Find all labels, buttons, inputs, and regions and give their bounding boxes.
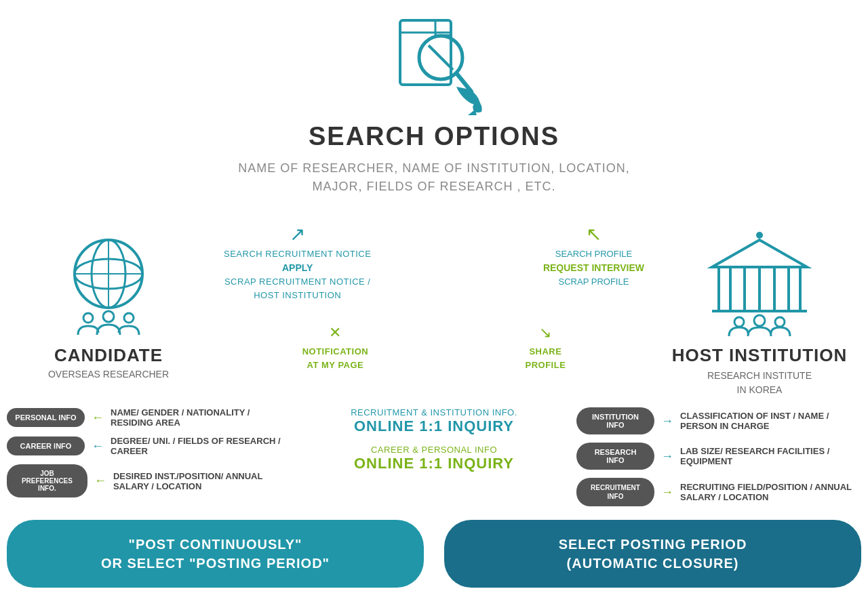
career-inquiry-box: CAREER & PERSONAL INFO ONLINE 1:1 INQUIR… [354, 445, 514, 472]
svg-point-23 [734, 317, 744, 327]
recruitment-info-badge: RECRUITMENTINFO [576, 478, 654, 506]
notification-share-row: ✕ NOTIFICATION AT MY PAGE ↘ SHARE PROFIL… [210, 324, 658, 371]
right-actions: ↖ SEARCH PROFILE REQUEST INTERVIEW SCRAP… [543, 223, 644, 290]
scrap-notice-link[interactable]: SCRAP RECRUITMENT NOTICE / [224, 277, 371, 287]
share-label-line1: SHARE [529, 346, 561, 357]
institution-info-arrow: → [661, 414, 673, 428]
candidate-icon [51, 230, 166, 338]
page-container: SEARCH OPTIONS NAME OF RESEARCHER, NAME … [0, 0, 868, 594]
institution-info-badge: INSTITUTION INFO [576, 407, 654, 434]
bottom-buttons: "POST CONTINUOUSLY" OR SELECT "POSTING P… [0, 506, 868, 594]
svg-point-24 [775, 317, 785, 327]
research-info-arrow: → [661, 449, 673, 464]
top-section: SEARCH OPTIONS NAME OF RESEARCHER, NAME … [0, 0, 868, 209]
page-subtitle-line2: MAJOR, FIELDS OF RESEARCH , ETC. [0, 178, 868, 196]
career-inquiry-label: CAREER & PERSONAL INFO [354, 445, 514, 455]
svg-point-21 [756, 232, 763, 239]
share-label-line2: PROFILE [525, 360, 566, 370]
notification-icon: ✕ [302, 324, 368, 342]
apply-link[interactable]: APPLY [224, 262, 371, 273]
candidate-title: CANDIDATE [54, 345, 163, 366]
institution-info-row: INSTITUTION INFO → CLASSIFICATION OF INS… [576, 407, 861, 434]
career-info-row: CAREER INFO ← DEGREE/ UNI. / FIELDS OF R… [7, 436, 292, 456]
svg-marker-14 [712, 240, 807, 267]
career-inquiry-big: ONLINE 1:1 INQUIRY [354, 455, 514, 472]
select-posting-period-button[interactable]: SELECT POSTING PERIOD (AUTOMATIC CLOSURE… [444, 520, 861, 588]
recruitment-info-arrow: → [661, 485, 673, 500]
arrow-up-right-icon: ↗ [224, 223, 371, 245]
scrap-profile-link[interactable]: SCRAP PROFILE [543, 277, 644, 287]
info-rows: PERSONAL INFO ← NAME/ GENDER / NATIONALI… [0, 397, 868, 506]
career-info-badge: CAREER INFO [7, 436, 85, 455]
notification-label-line2: AT MY PAGE [307, 360, 364, 370]
svg-point-22 [754, 315, 765, 326]
share-box: ↘ SHARE PROFILE [525, 324, 566, 371]
research-info-text: LAB SIZE/ RESEARCH FACILITIES / EQUIPMEN… [680, 446, 861, 466]
request-interview-link[interactable]: REQUEST INTERVIEW [543, 262, 644, 273]
notification-label-line1: NOTIFICATION [302, 346, 368, 357]
job-pref-row: JOB PREFERENCES INFO. ← DESIRED INST./PO… [7, 464, 292, 497]
host-institution-link[interactable]: HOST INSTITUTION [224, 290, 371, 300]
center-inquiry-col: RECRUITMENT & INSTITUTION INFO. ONLINE 1… [292, 407, 576, 506]
recruitment-inquiry-box: RECRUITMENT & INSTITUTION INFO. ONLINE 1… [351, 407, 517, 435]
svg-line-3 [429, 45, 453, 70]
svg-point-11 [83, 313, 93, 323]
institution-info-text: CLASSIFICATION OF INST / NAME / PERSON I… [680, 411, 861, 431]
left-actions: ↗ SEARCH RECRUITMENT NOTICE APPLY SCRAP … [224, 223, 371, 304]
host-title: HOST INSTITUTION [672, 345, 848, 366]
main-content: CANDIDATE OVERSEAS RESEARCHER ↗ SEARCH R… [0, 209, 868, 397]
job-pref-arrow: ← [94, 474, 106, 488]
notification-box: ✕ NOTIFICATION AT MY PAGE [302, 324, 368, 371]
host-col: HOST INSTITUTION RESEARCH INSTITUTE IN K… [658, 209, 861, 397]
svg-point-12 [124, 313, 134, 323]
personal-info-arrow: ← [92, 411, 104, 425]
search-profile-link[interactable]: SEARCH PROFILE [543, 249, 644, 259]
share-icon: ↘ [525, 324, 566, 342]
recruitment-info-text: RECRUITING FIELD/POSITION / ANNUAL SALAR… [680, 482, 861, 502]
arrow-up-left-green-icon: ↖ [543, 223, 644, 245]
recruitment-inquiry-label: RECRUITMENT & INSTITUTION INFO. [351, 407, 517, 418]
page-subtitle-line1: NAME OF RESEARCHER, NAME OF INSTITUTION,… [0, 159, 868, 178]
right-info-rows: INSTITUTION INFO → CLASSIFICATION OF INS… [576, 407, 861, 506]
recruitment-inquiry-big: ONLINE 1:1 INQUIRY [351, 418, 517, 435]
recruitment-info-row: RECRUITMENTINFO → RECRUITING FIELD/POSIT… [576, 478, 861, 506]
personal-info-text: NAME/ GENDER / NATIONALITY / RESIDING AR… [111, 407, 292, 428]
research-info-badge: RESEARCH INFO [576, 443, 654, 470]
research-info-row: RESEARCH INFO → LAB SIZE/ RESEARCH FACIL… [576, 443, 861, 470]
job-pref-text: DESIRED INST./POSITION/ ANNUAL SALARY / … [113, 471, 292, 491]
career-info-text: DEGREE/ UNI. / FIELDS OF RESEARCH / CARE… [111, 436, 292, 456]
personal-info-row: PERSONAL INFO ← NAME/ GENDER / NATIONALI… [7, 407, 292, 428]
candidate-subtitle: OVERSEAS RESEARCHER [48, 369, 169, 380]
search-recruitment-notice-link[interactable]: SEARCH RECRUITMENT NOTICE [224, 249, 371, 259]
candidate-col: CANDIDATE OVERSEAS RESEARCHER [7, 209, 210, 380]
career-info-arrow: ← [92, 439, 104, 453]
host-subtitle: RESEARCH INSTITUTE IN KOREA [707, 369, 812, 397]
personal-info-badge: PERSONAL INFO [7, 408, 85, 427]
page-title: SEARCH OPTIONS [0, 122, 868, 151]
post-continuously-button[interactable]: "POST CONTINUOUSLY" OR SELECT "POSTING P… [7, 520, 424, 588]
search-icon [380, 7, 488, 115]
left-info-rows: PERSONAL INFO ← NAME/ GENDER / NATIONALI… [7, 407, 292, 506]
job-pref-badge: JOB PREFERENCES INFO. [7, 464, 87, 497]
svg-point-10 [103, 311, 114, 322]
host-icon [702, 230, 817, 338]
center-col: ↗ SEARCH RECRUITMENT NOTICE APPLY SCRAP … [210, 209, 658, 371]
